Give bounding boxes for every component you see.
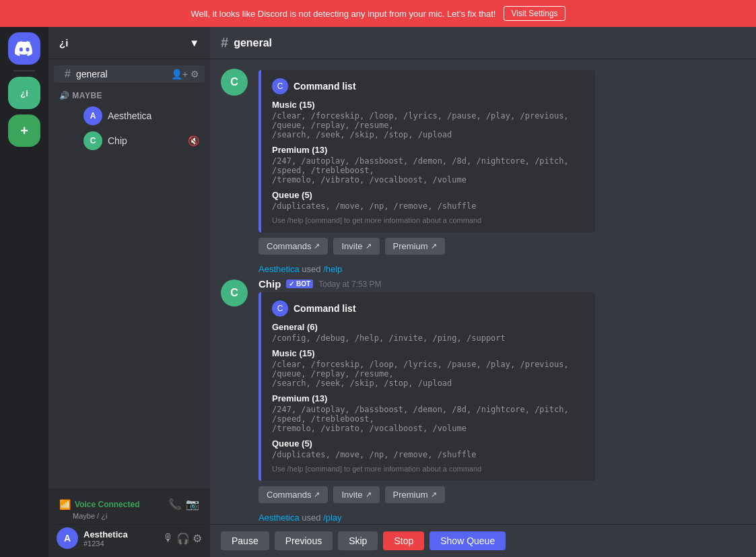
section-premium-1: Premium (13) (272, 145, 584, 155)
premium-commands-1: /247, /autoplay, /bassboost, /demon, /8d… (272, 156, 584, 185)
embed-footer-1: Use /help [command] to get more informat… (272, 216, 584, 224)
voice-section-header: 🔊 Maybe (48, 88, 210, 103)
user-bar: A Aesthetica #1234 🎙 🎧 ⚙ (54, 525, 205, 552)
embed-title-2: Command list (294, 303, 356, 314)
queue-commands-2: /duplicates, /move, /np, /remove, /shuff… (272, 450, 584, 459)
user-bar-name: Aesthetica (83, 529, 158, 539)
user-settings-button[interactable]: ⚙ (193, 532, 202, 545)
server-name: ¿i (59, 37, 68, 48)
channel-hash-icon: # (221, 35, 228, 51)
add-user-icon[interactable]: 👤+ (171, 69, 188, 79)
usage-line-1: Aesthetica used /help (210, 263, 756, 275)
hash-icon: # (65, 68, 71, 80)
commands-button-1[interactable]: Commands ↗ (259, 238, 328, 255)
server-icon-zi[interactable]: ¿i (8, 77, 40, 109)
voice-connected-bar: 📶 Voice Connected 📞 📷 Maybe / ¿i (54, 494, 205, 525)
message-time-2: Today at 7:53 PM (318, 280, 381, 289)
premium-button-2[interactable]: Premium ↗ (385, 486, 445, 503)
user-bar-avatar: A (57, 527, 78, 549)
usage-user-1: Aesthetica (259, 264, 300, 274)
server-divider (13, 70, 35, 71)
chip-avatar-2: C (221, 280, 248, 306)
embed-icon-1: C (272, 78, 288, 94)
section-music-2: Music (15) (272, 348, 584, 358)
user-bar-info: Aesthetica #1234 (83, 529, 158, 548)
message-group-chip-1: C C Command list Music (15) /clear, /for… (210, 65, 756, 257)
previous-button[interactable]: Previous (275, 531, 333, 550)
section-premium-2: Premium (13) (272, 393, 584, 403)
server-icon-list: ¿i + (0, 27, 48, 557)
aesthetica-avatar: A (83, 106, 102, 125)
embed-icon-2: C (272, 300, 288, 317)
embed-box-1: C Command list Music (15) /clear, /force… (259, 70, 595, 232)
commands-button-2[interactable]: Commands ↗ (259, 486, 328, 503)
queue-commands-1: /duplicates, /move, /np, /remove, /shuff… (272, 201, 584, 211)
message-group-chip-2: C Chip ✓ BOT Today at 7:53 PM C Command … (210, 275, 756, 506)
bot-badge-2: ✓ BOT (286, 280, 313, 288)
section-queue-1: Queue (5) (272, 190, 584, 200)
chip-username: Chip (108, 135, 182, 146)
music-commands-2: /clear, /forceskip, /loop, /lyrics, /pau… (272, 360, 584, 388)
voice-user-chip[interactable]: C Chip 🔇 (54, 129, 205, 153)
section-general-2: General (6) (272, 322, 584, 332)
usage-cmd-1: /help (323, 264, 342, 274)
chat-area: # general C C Command list Music (15) /c… (210, 27, 756, 557)
voice-channel-path: Maybe / ¿i (59, 512, 199, 520)
invite-button-2[interactable]: Invite ↗ (333, 486, 379, 503)
chat-channel-name: general (234, 37, 272, 49)
message-content-1: C Command list Music (15) /clear, /force… (259, 67, 745, 255)
chat-messages: C C Command list Music (15) /clear, /for… (210, 59, 756, 524)
stop-button[interactable]: Stop (383, 531, 424, 550)
deafen-button[interactable]: 🎧 (176, 532, 190, 545)
general-commands-2: /config, /debug, /help, /invite, /ping, … (272, 333, 584, 343)
chip-avatar-1: C (221, 69, 248, 96)
sidebar: ¿i ▼ # general 👤+ ⚙ 🔊 Maybe A Aesthetica (48, 27, 210, 557)
chat-header: # general (210, 27, 756, 59)
message-author-2: Chip (259, 278, 281, 290)
embed-title-1: Command list (294, 81, 356, 92)
chip-avatar: C (83, 131, 102, 150)
message-content-2: Chip ✓ BOT Today at 7:53 PM C Command li… (259, 278, 745, 503)
invite-button-1[interactable]: Invite ↗ (333, 238, 379, 255)
skip-button[interactable]: Skip (338, 531, 378, 550)
voice-section: 🔊 Maybe A Aesthetica C Chip 🔇 (48, 88, 210, 153)
voice-bars-icon: 📶 (59, 499, 71, 510)
embed-buttons-2: Commands ↗ Invite ↗ Premium ↗ (259, 486, 745, 503)
channel-name-general: general (76, 69, 166, 79)
channel-list: # general 👤+ ⚙ 🔊 Maybe A Aesthetica C Ch… (48, 59, 210, 488)
premium-button-1[interactable]: Premium ↗ (385, 238, 445, 255)
mute-button[interactable]: 🎙 (163, 532, 174, 545)
voice-user-aesthetica[interactable]: A Aesthetica (54, 104, 205, 128)
disconnect-voice-button[interactable]: 📞 (168, 498, 182, 511)
message-header-2: Chip ✓ BOT Today at 7:53 PM (259, 278, 745, 290)
muted-icon: 🔇 (188, 135, 199, 146)
aesthetica-username: Aesthetica (108, 110, 199, 121)
voice-section-label: 🔊 Maybe (59, 91, 102, 100)
section-music-1: Music (15) (272, 100, 584, 110)
mic-warning-banner: Well, it looks like Discord is not detec… (0, 0, 756, 27)
sidebar-bottom: 📶 Voice Connected 📞 📷 Maybe / ¿i A Aesth… (48, 488, 210, 557)
video-button[interactable]: 📷 (186, 498, 199, 511)
visit-settings-button[interactable]: Visit Settings (504, 6, 565, 21)
settings-icon[interactable]: ⚙ (191, 69, 199, 79)
embed-footer-2: Use /help [command] to get more informat… (272, 465, 584, 473)
voice-connected-status: Voice Connected (75, 500, 139, 509)
add-server-button[interactable]: + (8, 114, 40, 147)
chevron-down-icon: ▼ (189, 37, 199, 48)
music-commands-1: /clear, /forceskip, /loop, /lyrics, /pau… (272, 111, 584, 139)
discord-home-icon[interactable] (8, 32, 40, 65)
user-bar-tag: #1234 (83, 539, 158, 548)
server-name-header[interactable]: ¿i ▼ (48, 27, 210, 59)
usage-user-2: Aesthetica (259, 513, 300, 523)
pause-button[interactable]: Pause (221, 531, 269, 550)
playback-controls: Pause Previous Skip Stop Show Queue (210, 524, 756, 557)
embed-box-2: C Command list General (6) /config, /deb… (259, 292, 595, 481)
usage-line-2: Aesthetica used /play (210, 511, 756, 524)
banner-message: Well, it looks like Discord is not detec… (191, 9, 495, 19)
embed-buttons-1: Commands ↗ Invite ↗ Premium ↗ (259, 238, 745, 255)
show-queue-button[interactable]: Show Queue (429, 531, 506, 550)
usage-cmd-2: /play (323, 513, 341, 523)
section-queue-2: Queue (5) (272, 438, 584, 449)
channel-item-general[interactable]: # general 👤+ ⚙ (54, 65, 205, 83)
premium-commands-2: /247, /autoplay, /bassboost, /demon, /8d… (272, 405, 584, 433)
